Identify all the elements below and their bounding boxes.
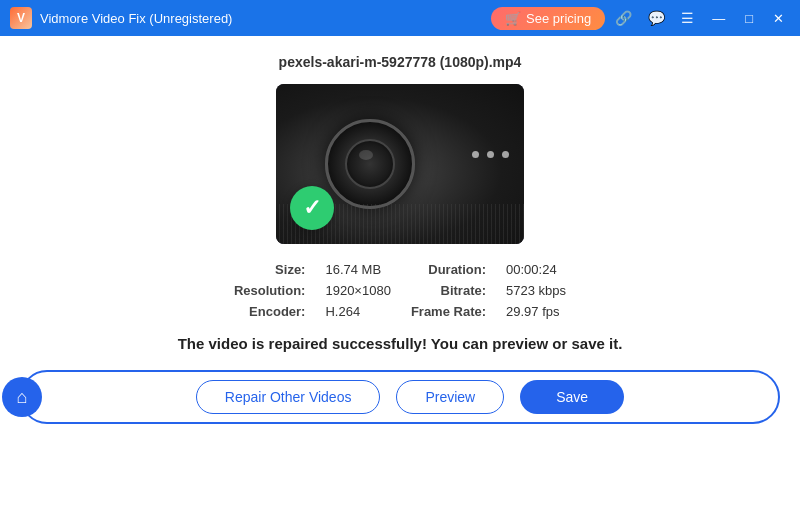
title-bar-right: 🛒 See pricing 🔗 💬 ☰ — □ ✕ — [491, 6, 792, 30]
main-content: pexels-akari-m-5927778 (1080p).mp4 ✓ Siz… — [0, 36, 800, 519]
video-filename: pexels-akari-m-5927778 (1080p).mp4 — [279, 54, 522, 70]
lens-inner — [345, 139, 395, 189]
see-pricing-button[interactable]: 🛒 See pricing — [491, 7, 605, 30]
encoder-value: H.264 — [325, 304, 390, 319]
duration-value: 00:00:24 — [506, 262, 566, 277]
lens-outer — [325, 119, 415, 209]
duration-label: Duration: — [411, 262, 486, 277]
minimize-button[interactable]: — — [704, 7, 733, 30]
resolution-label: Resolution: — [234, 283, 306, 298]
close-button[interactable]: ✕ — [765, 7, 792, 30]
success-message: The video is repaired successfully! You … — [178, 335, 623, 352]
action-buttons: Repair Other Videos Preview Save — [196, 380, 624, 414]
meta-table: Size: 16.74 MB Duration: 00:00:24 Resolu… — [234, 262, 566, 319]
dot-3 — [502, 151, 509, 158]
frame-rate-label: Frame Rate: — [411, 304, 486, 319]
encoder-label: Encoder: — [234, 304, 306, 319]
app-logo: V — [10, 7, 32, 29]
video-preview: ✓ — [276, 84, 524, 244]
frame-rate-value: 29.97 fps — [506, 304, 566, 319]
title-bar-left: V Vidmore Video Fix (Unregistered) — [10, 7, 232, 29]
preview-button[interactable]: Preview — [396, 380, 504, 414]
resolution-value: 1920×1080 — [325, 283, 390, 298]
size-label: Size: — [234, 262, 306, 277]
cart-icon: 🛒 — [505, 11, 521, 26]
dot-2 — [487, 151, 494, 158]
home-button[interactable]: ⌂ — [2, 377, 42, 417]
lens-highlight — [359, 150, 373, 160]
success-badge: ✓ — [290, 186, 334, 230]
title-bar: V Vidmore Video Fix (Unregistered) 🛒 See… — [0, 0, 800, 36]
dots-row — [472, 151, 509, 158]
chat-icon-button[interactable]: 💬 — [642, 6, 671, 30]
bitrate-label: Bitrate: — [411, 283, 486, 298]
bitrate-value: 5723 kbps — [506, 283, 566, 298]
app-title: Vidmore Video Fix (Unregistered) — [40, 11, 232, 26]
save-button[interactable]: Save — [520, 380, 624, 414]
maximize-button[interactable]: □ — [737, 7, 761, 30]
link-icon-button[interactable]: 🔗 — [609, 6, 638, 30]
dot-1 — [472, 151, 479, 158]
action-bar: ⌂ Repair Other Videos Preview Save — [20, 370, 780, 424]
menu-icon-button[interactable]: ☰ — [675, 6, 700, 30]
repair-other-button[interactable]: Repair Other Videos — [196, 380, 381, 414]
size-value: 16.74 MB — [325, 262, 390, 277]
